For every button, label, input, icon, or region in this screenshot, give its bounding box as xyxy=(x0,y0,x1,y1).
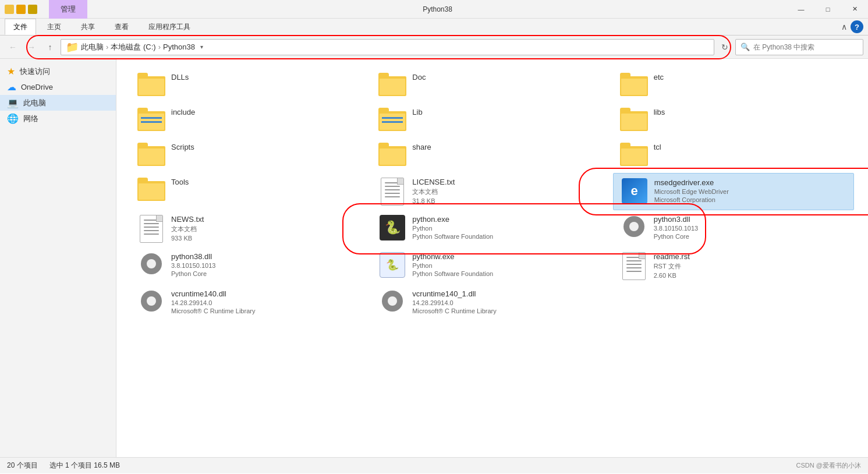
address-row: ← → ↑ 📁 此电脑 › 本地磁盘 (C:) › Python38 ▾ ↻ 🔍 xyxy=(0,36,868,59)
file-item-python38dll[interactable]: python38.dll 3.8.10150.1013 Python Core xyxy=(130,247,371,285)
folder-icon-tcl xyxy=(620,143,648,166)
back-button[interactable]: ← xyxy=(5,39,21,55)
file-item-msedgedriver[interactable]: e msedgedriver.exe Microsoft Edge WebDri… xyxy=(613,173,854,210)
sidebar: ★ 快速访问 ☁ OneDrive 💻 此电脑 🌐 网络 xyxy=(0,59,116,457)
main-layout: ★ 快速访问 ☁ OneDrive 💻 此电脑 🌐 网络 xyxy=(0,59,868,457)
file-item-vcruntime140-1[interactable]: vcruntime140_1.dll 14.28.29914.0 Microso… xyxy=(371,285,612,320)
address-dropdown-button[interactable]: ▾ xyxy=(195,39,209,55)
txt-icon-news xyxy=(137,215,165,243)
file-item-libs[interactable]: libs xyxy=(613,103,854,138)
file-name-lib: Lib xyxy=(412,108,605,116)
file-name-vcruntime140: vcruntime140.dll xyxy=(171,289,364,298)
tab-file[interactable]: 文件 xyxy=(5,19,36,35)
file-meta-vcruntime1401-1: 14.28.29914.0 xyxy=(412,299,605,306)
file-meta-license-type: 文本文档 xyxy=(412,188,605,196)
file-meta-python38dll2: Python Core xyxy=(171,270,364,277)
file-name-license: LICENSE.txt xyxy=(412,178,605,186)
file-meta-python1: Python xyxy=(412,225,605,232)
file-meta-readme-size: 2.60 KB xyxy=(654,272,847,279)
file-item-dlls[interactable]: DLLs xyxy=(130,68,371,103)
file-item-scripts[interactable]: Scripts xyxy=(130,138,371,173)
file-name-doc: Doc xyxy=(412,73,605,82)
forward-button[interactable]: → xyxy=(23,39,40,55)
file-meta-python2: Python Software Foundation xyxy=(412,233,605,240)
refresh-button[interactable]: ↻ xyxy=(717,39,733,55)
file-item-python-exe[interactable]: python.exe Python Python Software Founda… xyxy=(371,210,612,247)
ribbon-strip-right: ∧ ? xyxy=(841,19,868,35)
sidebar-item-onedrive[interactable]: ☁ OneDrive xyxy=(0,79,116,95)
title-bar-controls[interactable]: — □ ✕ xyxy=(788,0,868,19)
file-name-python38dll: python38.dll xyxy=(171,252,364,261)
tab-share[interactable]: 共享 xyxy=(72,19,104,35)
close-button[interactable]: ✕ xyxy=(841,0,868,19)
star-icon: ★ xyxy=(7,66,15,77)
dll-icon-vcruntime1401 xyxy=(378,289,406,313)
file-item-share[interactable]: share xyxy=(371,138,612,173)
sidebar-item-network[interactable]: 🌐 网络 xyxy=(0,111,116,126)
txt-icon-license xyxy=(378,178,406,206)
file-meta-python38dll1: 3.8.10150.1013 xyxy=(171,262,364,269)
ribbon-collapse-icon[interactable]: ∧ xyxy=(841,22,847,31)
file-item-include[interactable]: include xyxy=(130,103,371,138)
tab-apptools[interactable]: 应用程序工具 xyxy=(140,19,199,35)
file-item-news[interactable]: NEWS.txt 文本文档 933 KB xyxy=(130,210,371,247)
file-grid: DLLs Doc xyxy=(130,68,854,320)
file-name-scripts: Scripts xyxy=(171,143,364,151)
content-area: DLLs Doc xyxy=(116,59,868,457)
file-meta-python3dll2: Python Core xyxy=(654,233,847,240)
pythonw-icon-wrapper: 🐍 xyxy=(378,252,406,278)
file-meta-vcruntime140-1: 14.28.29914.0 xyxy=(171,299,364,306)
sidebar-item-quickaccess[interactable]: ★ 快速访问 xyxy=(0,63,116,79)
path-drive[interactable]: 本地磁盘 (C:) xyxy=(111,42,155,52)
file-name-vcruntime140-1: vcruntime140_1.dll xyxy=(412,289,605,298)
manage-title-tab[interactable]: 管理 xyxy=(49,0,87,19)
tab-home[interactable]: 主页 xyxy=(38,19,70,35)
file-item-tcl[interactable]: tcl xyxy=(613,138,854,173)
file-name-etc: etc xyxy=(654,73,847,82)
file-name-include: include xyxy=(171,108,364,116)
file-meta-pythonw1: Python xyxy=(412,262,605,269)
folder-icon-etc xyxy=(620,73,648,96)
ribbon-tabs-left: 文件 主页 共享 查看 应用程序工具 xyxy=(0,19,200,35)
msedge-icon: e xyxy=(622,178,647,204)
help-button[interactable]: ? xyxy=(851,20,863,33)
title-bar: 管理 Python38 — □ ✕ xyxy=(0,0,868,19)
ribbon: 文件 主页 共享 查看 应用程序工具 ∧ ? xyxy=(0,19,868,36)
file-meta-msedge1: Microsoft Edge WebDriver xyxy=(654,188,846,195)
search-input[interactable] xyxy=(753,43,858,51)
file-item-tools[interactable]: Tools xyxy=(130,173,371,210)
file-item-pythonw-exe[interactable]: 🐍 pythonw.exe Python Python Software Fou… xyxy=(371,247,612,285)
file-item-python3dll[interactable]: python3.dll 3.8.10150.1013 Python Core xyxy=(613,210,854,247)
status-bar: 20 个项目 选中 1 个项目 16.5 MB CSDN @爱看书的小沐 xyxy=(0,457,868,473)
file-item-lib[interactable]: Lib xyxy=(371,103,612,138)
file-meta-msedge2: Microsoft Corporation xyxy=(654,196,846,203)
file-meta-pythonw2: Python Software Foundation xyxy=(412,270,605,277)
title-bar-icons xyxy=(0,5,37,14)
txt-icon-readme xyxy=(620,252,648,280)
network-label: 网络 xyxy=(23,114,38,124)
folder-icon-libs xyxy=(620,108,648,131)
search-icon: 🔍 xyxy=(741,43,750,51)
folder-icon-tools xyxy=(137,178,165,201)
file-item-license[interactable]: LICENSE.txt 文本文档 31.8 KB xyxy=(371,173,612,210)
file-meta-python3dll1: 3.8.10150.1013 xyxy=(654,225,847,232)
maximize-button[interactable]: □ xyxy=(814,0,841,19)
file-item-etc[interactable]: etc xyxy=(613,68,854,103)
tab-view[interactable]: 查看 xyxy=(106,19,137,35)
up-button[interactable]: ↑ xyxy=(42,39,58,55)
file-name-share: share xyxy=(412,143,605,151)
file-item-readme[interactable]: readme.rst RST 文件 2.60 KB xyxy=(613,247,854,285)
file-meta-vcruntime140-2: Microsoft® C Runtime Library xyxy=(171,307,364,314)
sidebar-item-thispc[interactable]: 💻 此电脑 xyxy=(0,95,116,111)
onedrive-label: OneDrive xyxy=(21,83,53,91)
window-title: Python38 xyxy=(87,5,788,13)
file-item-doc[interactable]: Doc xyxy=(371,68,612,103)
address-bar[interactable]: 📁 此电脑 › 本地磁盘 (C:) › Python38 ▾ xyxy=(61,39,714,55)
tb-icon-2 xyxy=(16,5,26,14)
path-python38[interactable]: Python38 xyxy=(163,43,195,51)
path-pc[interactable]: 此电脑 xyxy=(81,42,104,52)
file-item-vcruntime140[interactable]: vcruntime140.dll 14.28.29914.0 Microsoft… xyxy=(130,285,371,320)
file-name-msedge: msedgedriver.exe xyxy=(654,178,846,187)
file-name-tools: Tools xyxy=(171,178,364,186)
minimize-button[interactable]: — xyxy=(788,0,814,19)
